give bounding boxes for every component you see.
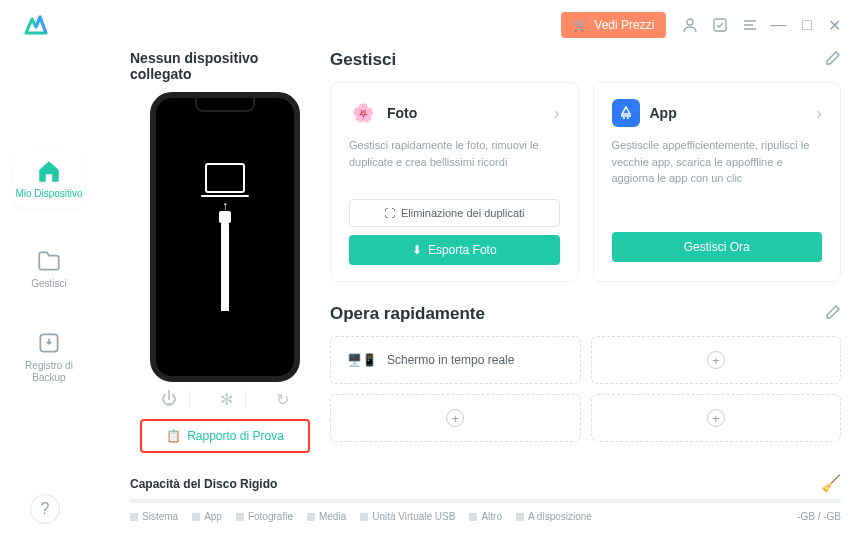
folder-icon [36,248,62,274]
capacity-legend: Sistema App Fotografie Media Unità Virtu… [130,511,841,522]
capacity-value: -GB / -GB [797,511,841,522]
loading-icon[interactable]: ✻ [208,390,246,409]
sidebar-label: Mio Dispositivo [15,188,82,200]
quick-item-screen-mirror[interactable]: 🖥️📱 Schermo in tempo reale [330,336,581,384]
card-description: Gestisci rapidamente le foto, rimuovi le… [349,137,560,185]
backup-icon [36,330,62,356]
plus-icon: + [446,409,464,427]
chevron-right-icon[interactable]: › [554,103,560,124]
manage-section-title: Gestisci [330,50,396,70]
clipboard-icon: 📋 [166,429,181,443]
plus-icon: + [707,351,725,369]
export-photos-button[interactable]: ⬇ Esporta Foto [349,235,560,265]
cart-icon: 🛒 [573,18,588,32]
device-illustration: ↑ [150,92,300,382]
app-store-icon [612,99,640,127]
card-title: Foto [387,105,544,121]
edit-note-icon[interactable] [712,17,728,33]
manage-now-button[interactable]: Gestisci Ora [612,232,823,262]
chevron-right-icon[interactable]: › [816,103,822,124]
svg-rect-1 [714,19,726,31]
app-logo [22,11,50,39]
minimize-button[interactable]: — [770,16,786,35]
menu-icon[interactable] [742,17,758,33]
sidebar-label: Gestisci [31,278,67,290]
device-status-title: Nessun dispositivo collegato [130,50,320,82]
help-button[interactable]: ? [30,494,60,524]
view-prices-button[interactable]: 🛒 Vedi Prezzi [561,12,666,38]
power-icon[interactable]: ⏻ [149,390,190,409]
photos-icon: 🌸 [349,99,377,127]
card-title: App [650,105,807,121]
quick-item-add[interactable]: + [330,394,581,442]
quick-item-add[interactable]: + [591,336,842,384]
home-icon [36,158,62,184]
cable-icon [221,221,229,311]
duplicates-icon: ⛶ [384,207,395,219]
sidebar-label: Registro di Backup [14,360,84,384]
card-apps: App › Gestiscile appefficientemente, rip… [593,82,842,282]
test-report-button[interactable]: 📋 Rapporto di Prova [140,419,310,453]
quick-item-label: Schermo in tempo reale [387,353,514,367]
laptop-icon [205,163,245,193]
sidebar-item-manage[interactable]: Gestisci [14,248,84,290]
card-photos: 🌸 Foto › Gestisci rapidamente le foto, r… [330,82,579,282]
refresh-icon[interactable]: ↻ [264,390,301,409]
edit-icon[interactable] [825,304,841,324]
edit-icon[interactable] [825,50,841,70]
screen-mirror-icon: 🖥️📱 [347,353,377,367]
sidebar-item-my-device[interactable]: Mio Dispositivo [14,150,84,208]
broom-icon[interactable]: 🧹 [821,474,841,493]
maximize-button[interactable]: □ [802,16,812,35]
account-icon[interactable] [682,17,698,33]
capacity-title: Capacità del Disco Rigido [130,477,277,491]
quick-item-add[interactable]: + [591,394,842,442]
quick-section-title: Opera rapidamente [330,304,485,324]
download-icon: ⬇ [412,243,422,257]
price-label: Vedi Prezzi [594,18,654,32]
plus-icon: + [707,409,725,427]
close-button[interactable]: ✕ [828,16,841,35]
svg-point-0 [687,19,693,25]
remove-duplicates-button[interactable]: ⛶ Eliminazione dei duplicati [349,199,560,227]
sidebar-item-backup[interactable]: Registro di Backup [14,330,84,384]
card-description: Gestiscile appefficientemente, ripulisci… [612,137,823,187]
report-label: Rapporto di Prova [187,429,284,443]
capacity-bar [130,499,841,503]
